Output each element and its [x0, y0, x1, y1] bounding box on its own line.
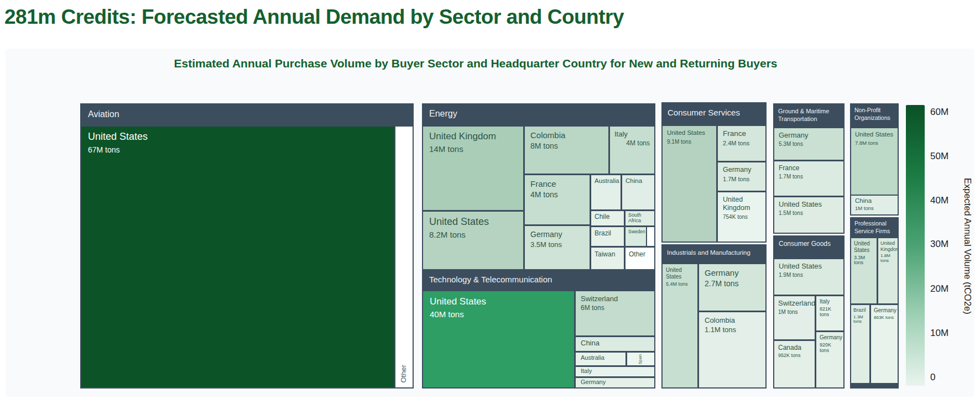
cell-energy-taiwan[interactable]: Taiwan	[591, 248, 624, 270]
section-consumer-services: Consumer Services United States 9.1M ton…	[661, 102, 767, 243]
cell-aviation-other[interactable]: Other	[395, 127, 413, 387]
cell-np-china[interactable]: China 1M tons	[851, 196, 898, 214]
cell-energy-sweden[interactable]: Sweden	[625, 227, 646, 246]
dashboard: 281m Credits: Forecasted Annual Demand b…	[0, 0, 980, 399]
cell-energy-chile[interactable]: Chile	[591, 211, 624, 225]
colorbar-tick-0: 0	[930, 372, 935, 383]
cell-tech-china[interactable]: China	[576, 337, 654, 351]
cell-tech-australia[interactable]: Australia	[576, 353, 625, 365]
chart-title: Estimated Annual Purchase Volume by Buye…	[22, 57, 929, 70]
cell-cs-france[interactable]: France 2.4M tons	[718, 126, 765, 161]
cell-cg-united-states[interactable]: United States 1.9M tons	[774, 259, 843, 295]
cell-energy-brazil[interactable]: Brazil	[591, 227, 624, 246]
section-industrials-manufacturing: Industrials and Manufacturing United Sta…	[661, 244, 767, 389]
cell-np-united-states[interactable]: United States 7.8M tons	[851, 128, 898, 195]
section-professional-service-firms: Professional Service Firms United States…	[850, 217, 899, 389]
cell-energy-colombia[interactable]: Colombia 8M tons	[525, 127, 608, 174]
cell-aviation-united-states[interactable]: United States 67M tons	[81, 127, 394, 387]
cell-energy-germany[interactable]: Germany 3.5M tons	[525, 226, 590, 270]
cell-cg-canada[interactable]: Canada 952K tons	[774, 341, 815, 387]
cell-gm-united-states[interactable]: United States 1.5M tons	[774, 197, 843, 233]
colorbar-tick-60m: 60M	[930, 107, 948, 118]
section-ground-maritime: Ground & Maritime Transportation Germany…	[773, 103, 845, 234]
cell-tech-germany[interactable]: Germany	[576, 378, 654, 387]
section-energy: Energy United Kingdom 14M tons United St…	[422, 103, 655, 271]
cell-cg-switzerland[interactable]: Switzerland 1M tons	[774, 296, 815, 339]
colorbar-tick-30m: 30M	[930, 239, 948, 250]
colorbar-tick-40m: 40M	[930, 195, 948, 206]
page-title: 281m Credits: Forecasted Annual Demand b…	[4, 6, 624, 29]
cell-tech-switzerland[interactable]: Switzerland 6M tons	[576, 291, 654, 335]
colorbar-gradient	[906, 105, 925, 386]
cell-cg-italy[interactable]: Italy 821K tons	[816, 296, 843, 330]
cell-energy-south-africa[interactable]: South Africa	[625, 211, 654, 225]
cell-psf-brazil[interactable]: Brazil 1.3M tons	[851, 305, 869, 383]
cell-psf-germany[interactable]: Germany 863K tons	[871, 305, 898, 383]
cell-energy-unlabeled[interactable]	[647, 227, 654, 246]
cell-energy-china[interactable]: China	[622, 175, 654, 209]
cell-cg-germany[interactable]: Germany 920K tons	[816, 332, 843, 387]
cell-energy-united-states[interactable]: United States 8.2M tons	[423, 212, 523, 270]
cell-tech-spain[interactable]: Spain	[627, 353, 654, 365]
cell-im-germany[interactable]: Germany 2.7M tons	[699, 264, 765, 311]
section-technology-telecommunication: Technology & Telecommunication United St…	[422, 269, 655, 389]
cell-cs-germany[interactable]: Germany 1.7M tons	[718, 162, 765, 191]
cell-tech-united-states[interactable]: United States 40M tons	[423, 291, 574, 387]
cell-energy-united-kingdom[interactable]: United Kingdom 14M tons	[423, 127, 523, 210]
cell-im-united-states[interactable]: United States 5.4M tons	[663, 264, 697, 387]
cell-cs-united-states[interactable]: United States 9.1M tons	[663, 126, 716, 242]
cell-tech-italy[interactable]: Italy	[576, 367, 654, 376]
section-non-profit: Non-Profit Organizations United States 7…	[850, 103, 899, 216]
cell-psf-united-states[interactable]: United States 3.3M tons	[851, 238, 877, 303]
colorbar-tick-50m: 50M	[930, 151, 948, 162]
cell-im-colombia[interactable]: Colombia 1.1M tons	[699, 312, 765, 387]
cell-energy-italy[interactable]: Italy 4M tons	[610, 127, 654, 174]
colorbar-axis-label: Expected Annual Volume (tCO2e)	[959, 103, 976, 389]
section-consumer-goods: Consumer Goods United States 1.9M tons S…	[773, 235, 845, 389]
cell-gm-france[interactable]: France 1.7M tons	[774, 161, 843, 196]
cell-psf-united-kingdom[interactable]: United Kingdom 1.8M tons	[878, 238, 898, 303]
cell-energy-france[interactable]: France 4M tons	[525, 175, 590, 224]
colorbar-tick-20m: 20M	[930, 284, 948, 295]
cell-energy-australia[interactable]: Australia	[591, 175, 621, 209]
cell-energy-other[interactable]: Other	[625, 248, 654, 270]
cell-gm-germany[interactable]: Germany 5.3M tons	[774, 128, 843, 160]
section-aviation: Aviation United States 67M tons Other	[80, 103, 414, 389]
colorbar-tick-10m: 10M	[930, 328, 948, 339]
cell-cs-united-kingdom[interactable]: United Kingdom 754K tons	[718, 192, 765, 242]
